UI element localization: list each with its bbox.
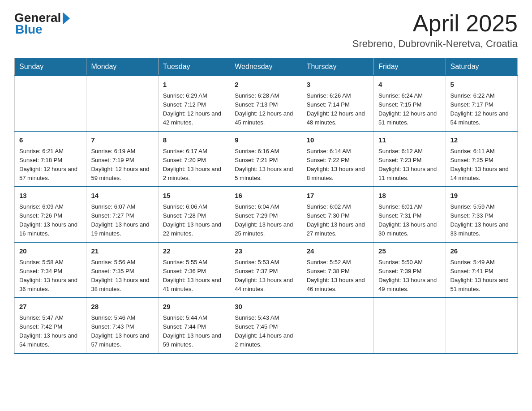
day-info: Sunrise: 6:02 AMSunset: 7:30 PMDaylight:… [307, 202, 369, 239]
calendar-header-tuesday: Tuesday [158, 58, 230, 76]
calendar-header-thursday: Thursday [302, 58, 373, 76]
calendar-cell: 30Sunrise: 5:43 AMSunset: 7:45 PMDayligh… [230, 298, 302, 353]
logo-arrow-icon [63, 12, 70, 25]
day-info: Sunrise: 6:19 AMSunset: 7:19 PMDaylight:… [91, 147, 153, 183]
day-number: 3 [307, 80, 369, 90]
calendar-cell: 28Sunrise: 5:46 AMSunset: 7:43 PMDayligh… [86, 298, 158, 353]
day-number: 12 [450, 135, 513, 146]
calendar-cell: 11Sunrise: 6:12 AMSunset: 7:23 PMDayligh… [374, 131, 446, 187]
calendar-cell: 15Sunrise: 6:06 AMSunset: 7:28 PMDayligh… [158, 187, 230, 242]
day-number: 26 [450, 246, 513, 257]
day-info: Sunrise: 6:09 AMSunset: 7:26 PMDaylight:… [19, 202, 82, 239]
day-info: Sunrise: 5:58 AMSunset: 7:34 PMDaylight:… [19, 258, 82, 294]
calendar-cell: 10Sunrise: 6:14 AMSunset: 7:22 PMDayligh… [302, 131, 373, 187]
calendar-cell: 27Sunrise: 5:47 AMSunset: 7:42 PMDayligh… [15, 298, 86, 353]
day-number: 24 [307, 246, 369, 257]
day-info: Sunrise: 6:14 AMSunset: 7:22 PMDaylight:… [307, 147, 369, 183]
day-info: Sunrise: 6:04 AMSunset: 7:29 PMDaylight:… [235, 202, 297, 239]
calendar-cell: 9Sunrise: 6:16 AMSunset: 7:21 PMDaylight… [230, 131, 302, 187]
day-info: Sunrise: 6:22 AMSunset: 7:17 PMDaylight:… [450, 91, 513, 128]
calendar-cell: 29Sunrise: 5:44 AMSunset: 7:44 PMDayligh… [158, 298, 230, 353]
day-info: Sunrise: 5:43 AMSunset: 7:45 PMDaylight:… [235, 313, 297, 350]
calendar-cell: 3Sunrise: 6:26 AMSunset: 7:14 PMDaylight… [302, 76, 373, 131]
calendar-cell [446, 298, 517, 353]
calendar-cell: 19Sunrise: 5:59 AMSunset: 7:33 PMDayligh… [446, 187, 517, 242]
calendar-table: SundayMondayTuesdayWednesdayThursdayFrid… [14, 58, 518, 354]
day-number: 5 [450, 80, 513, 90]
calendar-week-row: 27Sunrise: 5:47 AMSunset: 7:42 PMDayligh… [15, 298, 518, 353]
calendar-cell [302, 298, 373, 353]
day-info: Sunrise: 5:46 AMSunset: 7:43 PMDaylight:… [91, 313, 153, 350]
calendar-cell: 12Sunrise: 6:11 AMSunset: 7:25 PMDayligh… [446, 131, 517, 187]
day-number: 4 [378, 80, 441, 90]
day-info: Sunrise: 5:44 AMSunset: 7:44 PMDaylight:… [163, 313, 225, 350]
day-info: Sunrise: 5:59 AMSunset: 7:33 PMDaylight:… [450, 202, 513, 239]
calendar-cell [374, 298, 446, 353]
day-number: 14 [91, 191, 153, 201]
day-number: 23 [235, 246, 297, 257]
calendar-cell: 16Sunrise: 6:04 AMSunset: 7:29 PMDayligh… [230, 187, 302, 242]
calendar-cell: 25Sunrise: 5:50 AMSunset: 7:39 PMDayligh… [374, 242, 446, 298]
day-number: 2 [235, 80, 297, 90]
logo: General Blue [14, 11, 70, 37]
calendar-cell: 4Sunrise: 6:24 AMSunset: 7:15 PMDaylight… [374, 76, 446, 131]
day-info: Sunrise: 5:50 AMSunset: 7:39 PMDaylight:… [378, 258, 441, 294]
page-subtitle: Srebreno, Dubrovnik-Neretva, Croatia [352, 38, 518, 50]
day-info: Sunrise: 6:07 AMSunset: 7:27 PMDaylight:… [91, 202, 153, 239]
calendar-cell [86, 76, 158, 131]
day-number: 17 [307, 191, 369, 201]
calendar-cell: 26Sunrise: 5:49 AMSunset: 7:41 PMDayligh… [446, 242, 517, 298]
day-number: 20 [19, 246, 82, 257]
day-number: 28 [91, 302, 153, 312]
calendar-cell: 1Sunrise: 6:29 AMSunset: 7:12 PMDaylight… [158, 76, 230, 131]
day-number: 11 [378, 135, 441, 146]
day-number: 29 [163, 302, 225, 312]
calendar-cell: 23Sunrise: 5:53 AMSunset: 7:37 PMDayligh… [230, 242, 302, 298]
day-number: 21 [91, 246, 153, 257]
calendar-cell: 14Sunrise: 6:07 AMSunset: 7:27 PMDayligh… [86, 187, 158, 242]
day-number: 30 [235, 302, 297, 312]
day-number: 10 [307, 135, 369, 146]
day-number: 25 [378, 246, 441, 257]
day-number: 18 [378, 191, 441, 201]
calendar-week-row: 6Sunrise: 6:21 AMSunset: 7:18 PMDaylight… [15, 131, 518, 187]
calendar-cell: 2Sunrise: 6:28 AMSunset: 7:13 PMDaylight… [230, 76, 302, 131]
day-info: Sunrise: 6:06 AMSunset: 7:28 PMDaylight:… [163, 202, 225, 239]
calendar-header-wednesday: Wednesday [230, 58, 302, 76]
day-info: Sunrise: 5:52 AMSunset: 7:38 PMDaylight:… [307, 258, 369, 294]
day-info: Sunrise: 5:47 AMSunset: 7:42 PMDaylight:… [19, 313, 82, 350]
day-number: 9 [235, 135, 297, 146]
calendar-cell: 13Sunrise: 6:09 AMSunset: 7:26 PMDayligh… [15, 187, 86, 242]
day-info: Sunrise: 5:56 AMSunset: 7:35 PMDaylight:… [91, 258, 153, 294]
calendar-header-monday: Monday [86, 58, 158, 76]
day-info: Sunrise: 6:26 AMSunset: 7:14 PMDaylight:… [307, 91, 369, 128]
calendar-cell: 8Sunrise: 6:17 AMSunset: 7:20 PMDaylight… [158, 131, 230, 187]
day-number: 15 [163, 191, 225, 201]
day-info: Sunrise: 6:12 AMSunset: 7:23 PMDaylight:… [378, 147, 441, 183]
day-number: 7 [91, 135, 153, 146]
calendar-cell: 20Sunrise: 5:58 AMSunset: 7:34 PMDayligh… [15, 242, 86, 298]
calendar-header-sunday: Sunday [15, 58, 86, 76]
day-info: Sunrise: 6:24 AMSunset: 7:15 PMDaylight:… [378, 91, 441, 128]
title-area: April 2025 Srebreno, Dubrovnik-Neretva, … [352, 11, 518, 50]
day-info: Sunrise: 6:11 AMSunset: 7:25 PMDaylight:… [450, 147, 513, 183]
calendar-header-row: SundayMondayTuesdayWednesdayThursdayFrid… [15, 58, 518, 76]
calendar-cell: 7Sunrise: 6:19 AMSunset: 7:19 PMDaylight… [86, 131, 158, 187]
day-info: Sunrise: 5:55 AMSunset: 7:36 PMDaylight:… [163, 258, 225, 294]
calendar-cell: 21Sunrise: 5:56 AMSunset: 7:35 PMDayligh… [86, 242, 158, 298]
day-number: 22 [163, 246, 225, 257]
calendar-week-row: 20Sunrise: 5:58 AMSunset: 7:34 PMDayligh… [15, 242, 518, 298]
calendar-cell: 22Sunrise: 5:55 AMSunset: 7:36 PMDayligh… [158, 242, 230, 298]
day-number: 1 [163, 80, 225, 90]
calendar-header-saturday: Saturday [446, 58, 517, 76]
calendar-header-friday: Friday [374, 58, 446, 76]
day-info: Sunrise: 6:01 AMSunset: 7:31 PMDaylight:… [378, 202, 441, 239]
calendar-week-row: 13Sunrise: 6:09 AMSunset: 7:26 PMDayligh… [15, 187, 518, 242]
page-title: April 2025 [352, 11, 518, 36]
calendar-cell [15, 76, 86, 131]
calendar-cell: 18Sunrise: 6:01 AMSunset: 7:31 PMDayligh… [374, 187, 446, 242]
day-info: Sunrise: 6:16 AMSunset: 7:21 PMDaylight:… [235, 147, 297, 183]
day-number: 8 [163, 135, 225, 146]
day-info: Sunrise: 6:21 AMSunset: 7:18 PMDaylight:… [19, 147, 82, 183]
day-info: Sunrise: 6:28 AMSunset: 7:13 PMDaylight:… [235, 91, 297, 128]
